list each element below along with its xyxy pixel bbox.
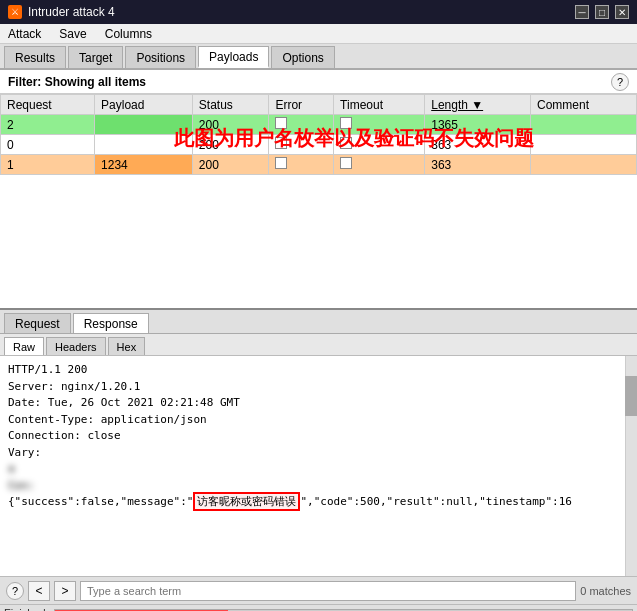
menu-save[interactable]: Save: [55, 25, 90, 43]
blur-line: Con:: [8, 479, 200, 492]
cell-error: [269, 155, 334, 175]
tab-request[interactable]: Request: [4, 313, 71, 333]
response-line: Date: Tue, 26 Oct 2021 02:21:48 GMT: [8, 395, 629, 412]
cell-payload: [95, 135, 193, 155]
table-row[interactable]: 0 200 363: [1, 135, 637, 155]
cell-timeout: [334, 155, 425, 175]
bottom-section: Request Response Raw Headers Hex HTTP/1.…: [0, 310, 637, 611]
status-bar: Finished: [0, 604, 637, 611]
col-status[interactable]: Status: [192, 95, 269, 115]
col-length[interactable]: Length ▼: [425, 95, 531, 115]
title-bar-controls: ─ □ ✕: [575, 5, 629, 19]
cell-status: 200: [192, 155, 269, 175]
back-button[interactable]: <: [28, 581, 50, 601]
cell-timeout: [334, 115, 425, 135]
title-bar: ⚔ Intruder attack 4 ─ □ ✕: [0, 0, 637, 24]
search-input[interactable]: [80, 581, 576, 601]
status-text: Finished: [4, 607, 46, 612]
json-highlighted-text: 访客昵称或密码错误: [193, 492, 300, 511]
minimize-button[interactable]: ─: [575, 5, 589, 19]
response-line: Vary:: [8, 445, 629, 462]
cell-error: [269, 135, 334, 155]
table-row[interactable]: 2 200 1365: [1, 115, 637, 135]
response-line: a: [8, 461, 629, 478]
bottom-toolbar: ? < > 0 matches: [0, 576, 637, 604]
cell-error: [269, 115, 334, 135]
forward-button[interactable]: >: [54, 581, 76, 601]
col-timeout[interactable]: Timeout: [334, 95, 425, 115]
cell-payload: [95, 115, 193, 135]
close-button[interactable]: ✕: [615, 5, 629, 19]
results-table: Request Payload Status Error Timeout Len…: [0, 94, 637, 175]
cell-status: 200: [192, 135, 269, 155]
response-line: HTTP/1.1 200: [8, 362, 629, 379]
tab-results[interactable]: Results: [4, 46, 66, 68]
maximize-button[interactable]: □: [595, 5, 609, 19]
col-payload[interactable]: Payload: [95, 95, 193, 115]
json-response-line: {"success":false,"message":"访客昵称或密码错误","…: [8, 494, 629, 511]
match-count: 0 matches: [580, 585, 631, 597]
cell-comment: [531, 155, 637, 175]
main-tab-bar: Results Target Positions Payloads Option…: [0, 44, 637, 70]
cell-length: 1365: [425, 115, 531, 135]
cell-request: 0: [1, 135, 95, 155]
sub-tab-raw[interactable]: Raw: [4, 337, 44, 355]
tab-options[interactable]: Options: [271, 46, 334, 68]
results-table-area: Request Payload Status Error Timeout Len…: [0, 94, 637, 308]
cell-payload: 1234: [95, 155, 193, 175]
window-title: Intruder attack 4: [28, 5, 115, 19]
response-line: Content-Type: application/json: [8, 412, 629, 429]
json-before: {"success":false,"message":": [8, 495, 193, 508]
response-line: Con:: [8, 478, 629, 495]
sub-tab-headers[interactable]: Headers: [46, 337, 106, 355]
menu-bar: Attack Save Columns: [0, 24, 637, 44]
table-row[interactable]: 1 1234 200 363: [1, 155, 637, 175]
filter-help-button[interactable]: ?: [611, 73, 629, 91]
col-comment[interactable]: Comment: [531, 95, 637, 115]
response-scrollbar[interactable]: [625, 356, 637, 576]
scrollbar-thumb[interactable]: [625, 376, 637, 416]
cell-request: 2: [1, 115, 95, 135]
cell-comment: [531, 135, 637, 155]
tab-target[interactable]: Target: [68, 46, 123, 68]
blurred-text: a: [8, 462, 200, 475]
tab-positions[interactable]: Positions: [125, 46, 196, 68]
cell-timeout: [334, 135, 425, 155]
title-bar-left: ⚔ Intruder attack 4: [8, 5, 115, 19]
cell-status: 200: [192, 115, 269, 135]
tab-response[interactable]: Response: [73, 313, 149, 333]
filter-text: Filter: Showing all items: [8, 75, 146, 89]
response-body: HTTP/1.1 200 Server: nginx/1.20.1 Date: …: [0, 356, 637, 576]
cell-comment: [531, 115, 637, 135]
col-error[interactable]: Error: [269, 95, 334, 115]
tab-payloads[interactable]: Payloads: [198, 46, 269, 68]
json-after: ","code":500,"result":null,"tinestamp":1…: [300, 495, 572, 508]
toolbar-help-button[interactable]: ?: [6, 582, 24, 600]
cell-length: 363: [425, 135, 531, 155]
menu-columns[interactable]: Columns: [101, 25, 156, 43]
app-icon: ⚔: [8, 5, 22, 19]
cell-request: 1: [1, 155, 95, 175]
response-line: Connection: close: [8, 428, 629, 445]
cell-length: 363: [425, 155, 531, 175]
response-line: Server: nginx/1.20.1: [8, 379, 629, 396]
top-section: Filter: Showing all items ? Request Payl…: [0, 70, 637, 310]
sub-tab-bar: Raw Headers Hex: [0, 334, 637, 356]
menu-attack[interactable]: Attack: [4, 25, 45, 43]
col-request[interactable]: Request: [1, 95, 95, 115]
req-res-tab-bar: Request Response: [0, 310, 637, 334]
table-header-row: Request Payload Status Error Timeout Len…: [1, 95, 637, 115]
filter-bar: Filter: Showing all items ?: [0, 70, 637, 94]
sub-tab-hex[interactable]: Hex: [108, 337, 146, 355]
